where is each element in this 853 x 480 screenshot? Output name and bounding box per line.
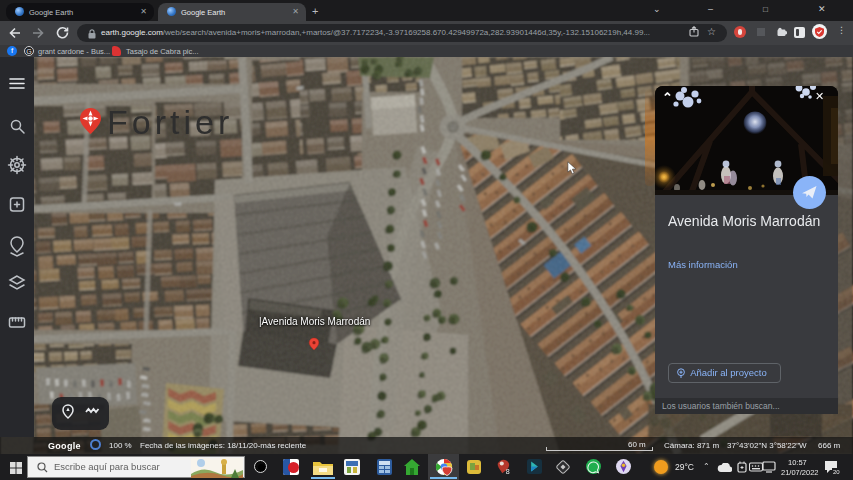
svg-text:20: 20 xyxy=(833,469,840,475)
svg-text:8: 8 xyxy=(506,468,510,475)
